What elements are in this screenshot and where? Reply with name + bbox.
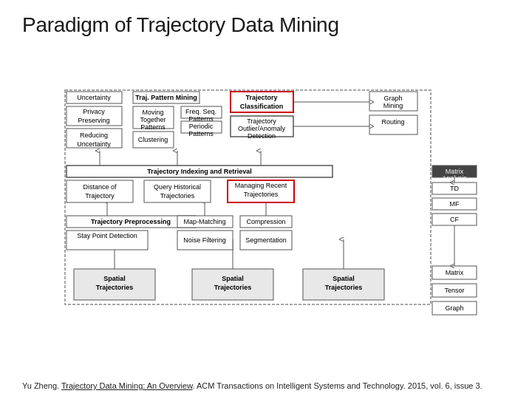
diagram-container: Spatial Trajectories Spatial Trajectorie… (22, 47, 510, 374)
citation-link[interactable]: Trajectory Data Mining: An Overview (61, 381, 193, 390)
svg-text:Query Historical: Query Historical (154, 183, 201, 191)
svg-text:Trajectory Preprocessing: Trajectory Preprocessing (91, 218, 171, 225)
svg-text:Freq. Seq.: Freq. Seq. (185, 108, 216, 115)
svg-text:Graph: Graph (445, 304, 463, 312)
svg-text:Graph: Graph (383, 95, 402, 102)
diagram: Spatial Trajectories Spatial Trajectorie… (30, 47, 502, 321)
svg-text:Map-Matching: Map-Matching (183, 218, 225, 225)
citation: Yu Zheng. Trajectory Data Mining: An Ove… (22, 378, 510, 390)
page-title: Paradigm of Trajectory Data Mining (22, 13, 510, 37)
svg-text:Uncertainty: Uncertainty (77, 94, 111, 101)
page: Paradigm of Trajectory Data Mining Spati… (0, 0, 532, 399)
svg-text:Trajectory: Trajectory (247, 117, 276, 125)
citation-suffix: . ACM Transactions on Intelligent System… (193, 381, 482, 390)
svg-text:Together: Together (140, 116, 166, 123)
svg-text:Moving: Moving (142, 109, 163, 116)
svg-text:Spatial: Spatial (103, 275, 126, 282)
svg-text:Mining: Mining (383, 102, 403, 109)
svg-text:Traj. Pattern Mining: Traj. Pattern Mining (135, 94, 197, 101)
svg-text:Spatial: Spatial (332, 275, 355, 282)
svg-text:MF: MF (450, 200, 460, 208)
svg-text:Noise Filtering: Noise Filtering (183, 236, 226, 244)
svg-text:Patterns: Patterns (140, 123, 166, 131)
svg-text:Classification: Classification (240, 103, 284, 110)
svg-text:Clustering: Clustering (138, 136, 168, 143)
svg-text:Uncertainty: Uncertainty (77, 140, 111, 148)
svg-text:Tensor: Tensor (444, 287, 464, 294)
svg-text:Trajectory: Trajectory (85, 192, 115, 200)
svg-text:Matrix: Matrix (446, 269, 464, 276)
svg-text:CF: CF (450, 216, 459, 223)
svg-text:Reducing: Reducing (80, 132, 108, 139)
svg-text:Patterns: Patterns (188, 130, 214, 137)
svg-text:Stay Point Detection: Stay Point Detection (77, 232, 137, 239)
svg-text:Preserving: Preserving (78, 117, 109, 124)
svg-text:Segmentation: Segmentation (245, 236, 287, 244)
svg-text:Spatial: Spatial (222, 275, 244, 282)
svg-text:TD: TD (450, 185, 459, 192)
svg-text:Trajectories: Trajectories (325, 284, 363, 291)
svg-text:Trajectories: Trajectories (96, 284, 134, 291)
svg-text:Trajectory Indexing and Retrie: Trajectory Indexing and Retrieval (147, 168, 252, 175)
svg-text:Trajectory: Trajectory (245, 94, 277, 101)
citation-prefix: Yu Zheng. (22, 381, 61, 390)
svg-text:Routing: Routing (381, 118, 404, 126)
svg-text:Detection: Detection (248, 132, 276, 140)
svg-text:Distance of: Distance of (83, 183, 117, 191)
svg-text:Trajectories: Trajectories (214, 284, 252, 291)
svg-text:Privacy: Privacy (83, 108, 105, 115)
svg-text:Compression: Compression (246, 218, 285, 225)
svg-text:Trajectories: Trajectories (160, 192, 195, 200)
svg-text:Trajectories: Trajectories (244, 191, 279, 198)
svg-text:Periodic: Periodic (189, 123, 214, 130)
svg-text:Managing Recent: Managing Recent (235, 182, 287, 189)
svg-text:Outlier/Anomaly: Outlier/Anomaly (238, 125, 286, 132)
